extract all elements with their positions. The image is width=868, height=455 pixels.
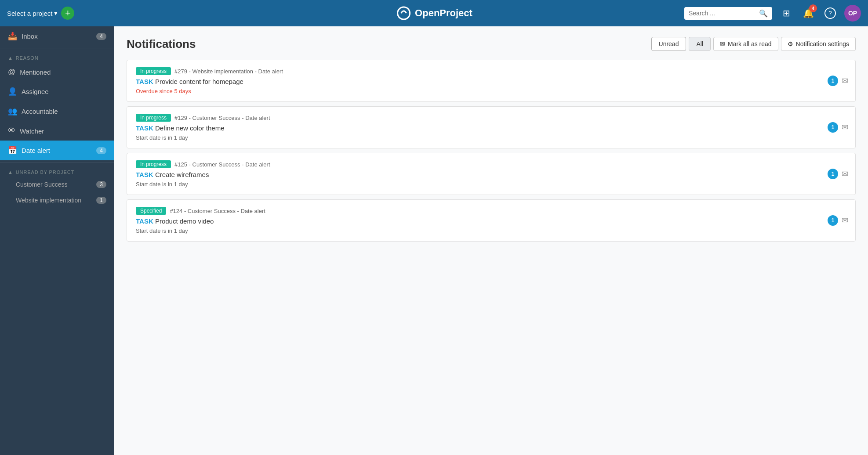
card-meta-text: #129 - Customer Success - Date alert bbox=[174, 115, 270, 121]
nav-left: Select a project ▾ + bbox=[7, 7, 74, 20]
card-subtitle: Overdue since 5 days bbox=[136, 88, 846, 94]
task-label: TASK bbox=[136, 171, 153, 178]
mark-read-card-icon[interactable]: ✉ bbox=[842, 169, 848, 179]
card-meta: In progress #125 - Customer Success - Da… bbox=[136, 160, 846, 168]
card-subtitle: Start date is in 1 day bbox=[136, 134, 846, 141]
reason-section-header: ▲ REASON bbox=[0, 50, 114, 62]
date-alert-count: 4 bbox=[96, 147, 106, 154]
sidebar-item-accountable[interactable]: 👥 Accountable bbox=[0, 101, 114, 121]
notification-card[interactable]: In progress #129 - Customer Success - Da… bbox=[127, 106, 856, 148]
help-icon: ? bbox=[824, 7, 836, 19]
status-badge: Specified bbox=[136, 207, 166, 215]
sidebar-project-website-implementation[interactable]: Website implementation 1 bbox=[0, 192, 114, 208]
card-meta: In progress #279 - Website implementatio… bbox=[136, 67, 846, 75]
card-actions: 1 ✉ bbox=[828, 76, 848, 86]
card-meta-text: #124 - Customer Success - Date alert bbox=[170, 208, 265, 214]
notification-card[interactable]: Specified #124 - Customer Success - Date… bbox=[127, 199, 856, 242]
notification-settings-button[interactable]: ⚙ Notification settings bbox=[781, 37, 856, 51]
accountable-label: Accountable bbox=[22, 108, 106, 115]
card-title: TASK Provide content for homepage bbox=[136, 78, 846, 85]
accountable-icon: 👥 bbox=[8, 107, 17, 116]
sidebar-divider-1 bbox=[0, 48, 114, 48]
at-icon: @ bbox=[8, 68, 15, 76]
notification-count-badge: 1 bbox=[828, 122, 838, 133]
nav-right: 🔍 ⊞ 🔔 4 ? OP bbox=[684, 5, 861, 22]
search-icon: 🔍 bbox=[759, 9, 768, 18]
chevron-down-icon: ▾ bbox=[54, 9, 58, 17]
notification-list: In progress #279 - Website implementatio… bbox=[127, 60, 856, 242]
card-actions: 1 ✉ bbox=[828, 215, 848, 226]
card-meta-text: #125 - Customer Success - Date alert bbox=[174, 161, 270, 168]
notification-count-badge: 1 bbox=[828, 215, 838, 226]
calendar-icon: 📅 bbox=[8, 146, 17, 155]
project-website-label: Website implementation bbox=[16, 197, 92, 204]
status-badge: In progress bbox=[136, 114, 171, 122]
notification-settings-label: Notification settings bbox=[796, 40, 849, 47]
mark-all-read-label: Mark all as read bbox=[728, 40, 772, 47]
all-filter-button[interactable]: All bbox=[689, 37, 711, 51]
sidebar-resize-handle[interactable] bbox=[112, 26, 114, 455]
notifications-button[interactable]: 🔔 4 bbox=[800, 5, 816, 21]
notification-badge: 4 bbox=[809, 4, 817, 12]
grid-menu-button[interactable]: ⊞ bbox=[778, 5, 794, 21]
top-navigation: Select a project ▾ + OpenProject 🔍 ⊞ 🔔 4… bbox=[0, 0, 868, 26]
notification-card[interactable]: In progress #125 - Customer Success - Da… bbox=[127, 153, 856, 195]
sidebar-item-assignee[interactable]: 👤 Assignee bbox=[0, 82, 114, 101]
mentioned-label: Mentioned bbox=[20, 69, 106, 76]
unread-by-project-section-header: ▲ UNREAD BY PROJECT bbox=[0, 164, 114, 177]
notification-count-badge: 1 bbox=[828, 169, 838, 179]
logo-icon bbox=[396, 5, 411, 21]
main-layout: 📥 Inbox 4 ▲ REASON @ Mentioned 👤 Assigne… bbox=[0, 26, 868, 455]
card-meta-text: #279 - Website implementation - Date ale… bbox=[174, 68, 283, 75]
project-customer-success-label: Customer Success bbox=[16, 181, 92, 188]
project-customer-success-count: 3 bbox=[96, 181, 106, 188]
sidebar-project-customer-success[interactable]: Customer Success 3 bbox=[0, 177, 114, 192]
search-box[interactable]: 🔍 bbox=[684, 7, 772, 20]
user-avatar[interactable]: OP bbox=[844, 5, 861, 22]
svg-point-0 bbox=[397, 7, 410, 19]
card-title-text: Create wireframes bbox=[155, 171, 209, 178]
sidebar-item-watcher[interactable]: 👁 Watcher bbox=[0, 121, 114, 141]
card-title: TASK Product demo video bbox=[136, 217, 846, 225]
card-meta: In progress #129 - Customer Success - Da… bbox=[136, 114, 846, 122]
sidebar-item-inbox[interactable]: 📥 Inbox 4 bbox=[0, 26, 114, 46]
project-select-button[interactable]: Select a project ▾ bbox=[7, 9, 58, 17]
card-actions: 1 ✉ bbox=[828, 169, 848, 179]
page-header: Notifications Unread All ✉ Mark all as r… bbox=[127, 37, 856, 51]
card-title-text: Define new color theme bbox=[155, 124, 225, 132]
project-website-count: 1 bbox=[96, 197, 106, 204]
card-subtitle: Start date is in 1 day bbox=[136, 228, 846, 234]
task-label: TASK bbox=[136, 78, 153, 85]
status-badge: In progress bbox=[136, 160, 171, 168]
watcher-label: Watcher bbox=[20, 127, 106, 135]
assignee-label: Assignee bbox=[22, 88, 106, 95]
sidebar-divider-2 bbox=[0, 162, 114, 162]
card-title: TASK Define new color theme bbox=[136, 124, 846, 132]
notification-card[interactable]: In progress #279 - Website implementatio… bbox=[127, 60, 856, 102]
card-actions: 1 ✉ bbox=[828, 122, 848, 133]
eye-icon: 👁 bbox=[8, 126, 15, 135]
date-alert-label: Date alert bbox=[22, 147, 92, 154]
inbox-label: Inbox bbox=[22, 32, 92, 40]
sidebar-item-date-alert[interactable]: 📅 Date alert 4 bbox=[0, 141, 114, 160]
inbox-count: 4 bbox=[96, 33, 106, 40]
mark-read-card-icon[interactable]: ✉ bbox=[842, 216, 848, 225]
mark-read-card-icon[interactable]: ✉ bbox=[842, 123, 848, 132]
unread-filter-button[interactable]: Unread bbox=[651, 37, 686, 51]
sidebar-item-mentioned[interactable]: @ Mentioned bbox=[0, 62, 114, 82]
main-content: Notifications Unread All ✉ Mark all as r… bbox=[114, 26, 868, 455]
sidebar: 📥 Inbox 4 ▲ REASON @ Mentioned 👤 Assigne… bbox=[0, 26, 114, 455]
help-button[interactable]: ? bbox=[822, 5, 838, 21]
mark-read-card-icon[interactable]: ✉ bbox=[842, 76, 848, 86]
header-actions: Unread All ✉ Mark all as read ⚙ Notifica… bbox=[651, 37, 856, 51]
page-title: Notifications bbox=[127, 37, 196, 51]
project-select-label: Select a project bbox=[7, 10, 52, 17]
person-icon: 👤 bbox=[8, 87, 17, 96]
grid-icon: ⊞ bbox=[783, 8, 790, 18]
mark-all-read-button[interactable]: ✉ Mark all as read bbox=[713, 37, 778, 51]
add-project-button[interactable]: + bbox=[61, 7, 74, 20]
inbox-icon: 📥 bbox=[8, 32, 17, 41]
card-title-text: Provide content for homepage bbox=[155, 78, 243, 85]
search-input[interactable] bbox=[689, 10, 756, 17]
mark-read-icon: ✉ bbox=[720, 40, 725, 47]
